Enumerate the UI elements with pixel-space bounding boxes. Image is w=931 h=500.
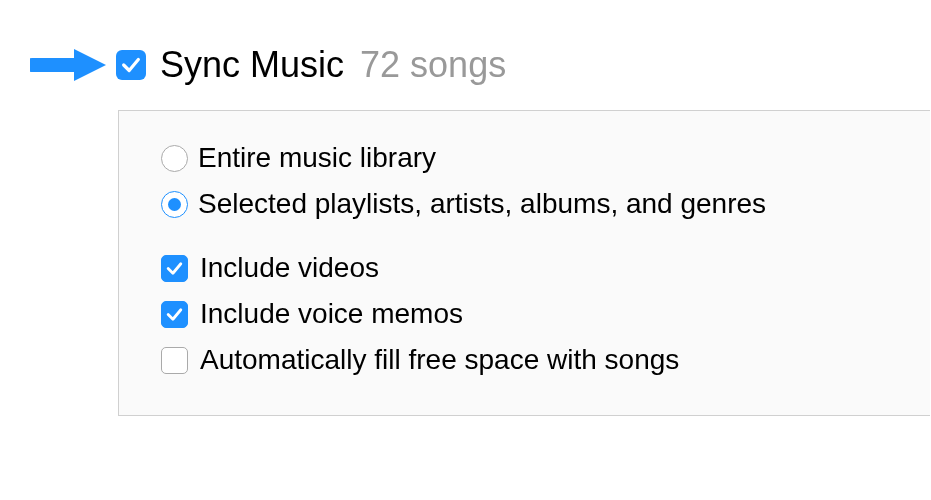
radio-selected-items[interactable] bbox=[161, 191, 188, 218]
pointer-arrow-icon bbox=[30, 47, 108, 83]
checkbox-include-voice-memos[interactable] bbox=[161, 301, 188, 328]
checkbox-row-include-videos: Include videos bbox=[161, 249, 930, 287]
checkbox-autofill-label: Automatically fill free space with songs bbox=[200, 344, 679, 376]
checkbox-include-videos-label: Include videos bbox=[200, 252, 379, 284]
sync-music-checkbox[interactable] bbox=[116, 50, 146, 80]
radio-row-entire-library: Entire music library bbox=[161, 139, 930, 177]
radio-entire-library-label: Entire music library bbox=[198, 142, 436, 174]
checkbox-include-videos[interactable] bbox=[161, 255, 188, 282]
sync-music-header: Sync Music 72 songs bbox=[0, 44, 931, 86]
radio-selected-items-label: Selected playlists, artists, albums, and… bbox=[198, 188, 766, 220]
checkbox-include-voice-memos-label: Include voice memos bbox=[200, 298, 463, 330]
radio-entire-library[interactable] bbox=[161, 145, 188, 172]
sync-music-title: Sync Music bbox=[160, 44, 344, 86]
checkbox-row-include-voice-memos: Include voice memos bbox=[161, 295, 930, 333]
checkbox-autofill[interactable] bbox=[161, 347, 188, 374]
radio-row-selected-items: Selected playlists, artists, albums, and… bbox=[161, 185, 930, 223]
sync-options-panel: Entire music library Selected playlists,… bbox=[118, 110, 930, 416]
song-count: 72 songs bbox=[360, 44, 506, 86]
checkbox-row-autofill: Automatically fill free space with songs bbox=[161, 341, 930, 379]
